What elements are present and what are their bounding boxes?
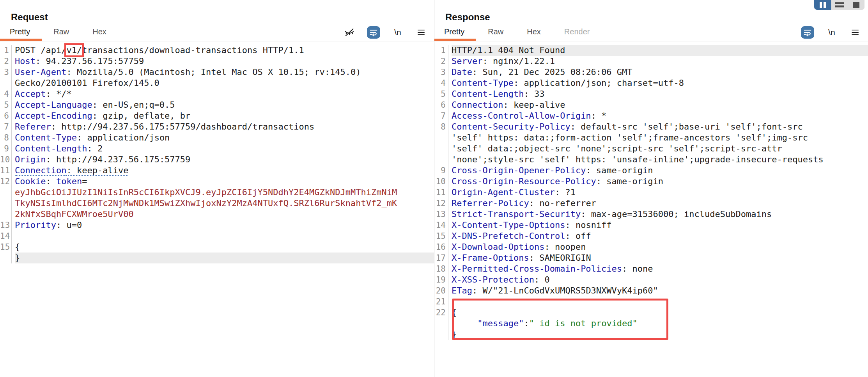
- code-line[interactable]: 21: [434, 296, 868, 307]
- line-number: 13: [434, 209, 448, 220]
- code-line[interactable]: 10Origin: http://94.237.56.175:57759: [0, 154, 434, 165]
- line-number: 7: [0, 121, 12, 132]
- code-token: eyJhbGciOiJIUzI1NiIsInR5cCI6IkpXVCJ9.eyJ…: [15, 187, 397, 197]
- word-wrap-icon[interactable]: [367, 26, 380, 39]
- code-line[interactable]: 9Cross-Origin-Opener-Policy: same-origin: [434, 165, 868, 176]
- code-line[interactable]: 22{: [434, 307, 868, 318]
- code-line[interactable]: 6Accept-Encoding: gzip, deflate, br: [0, 110, 434, 121]
- code-line[interactable]: 8Content-Type: application/json: [0, 132, 434, 143]
- code-line[interactable]: 7Access-Control-Allow-Origin: *: [434, 110, 868, 121]
- code-token: }: [15, 253, 20, 263]
- line-number: 5: [0, 100, 12, 110]
- code-line[interactable]: 12Referrer-Policy: no-referrer: [434, 198, 868, 209]
- code-line[interactable]: 5Content-Length: 33: [434, 89, 868, 100]
- code-token: : noopen: [544, 242, 586, 252]
- line-number: 1: [0, 45, 12, 56]
- line-text: 'self' https: data:;form-action 'self';f…: [452, 132, 868, 143]
- newline-icon[interactable]: \n: [826, 27, 838, 38]
- request-panel: Request Pretty Raw Hex: [0, 0, 434, 377]
- code-token: X-XSS-Protection: [452, 275, 534, 285]
- request-tab-pretty[interactable]: Pretty: [10, 27, 30, 41]
- request-tab-hex[interactable]: Hex: [92, 27, 106, 41]
- code-line[interactable]: 16X-Download-Options: noopen: [434, 242, 868, 253]
- code-line[interactable]: 14: [0, 231, 434, 242]
- code-line[interactable]: 7Referer: http://94.237.56.175:57759/das…: [0, 121, 434, 132]
- line-number: [434, 143, 448, 154]
- code-token: : u=0: [56, 220, 82, 230]
- code-line[interactable]: 8Content-Security-Policy: default-src 's…: [434, 121, 868, 132]
- line-number: 12: [434, 198, 448, 209]
- code-line[interactable]: 19X-XSS-Protection: 0: [434, 274, 868, 285]
- menu-icon[interactable]: [849, 27, 861, 38]
- code-line[interactable]: TkyNSIsImlhdCI6MTc2NjMwNDk1MSwiZXhwIjoxN…: [0, 198, 434, 209]
- response-tab-render[interactable]: Render: [564, 27, 590, 41]
- line-number: 1: [434, 45, 448, 56]
- request-editor[interactable]: 1POST /api/v1/transactions/download-tran…: [0, 41, 434, 263]
- response-tabbar: Pretty Raw Hex Render \n: [434, 27, 868, 41]
- code-line[interactable]: 14X-Content-Type-Options: nosniff: [434, 220, 868, 231]
- code-line[interactable]: 20ETag: W/"21-LnCoGdVxUMQRS5D3NXWVyK4ip6…: [434, 285, 868, 296]
- code-line[interactable]: 2Server: nginx/1.22.1: [434, 56, 868, 67]
- code-line[interactable]: 10Cross-Origin-Resource-Policy: same-ori…: [434, 176, 868, 187]
- line-number: [0, 198, 12, 209]
- code-line[interactable]: Gecko/20100101 Firefox/145.0: [0, 78, 434, 89]
- line-text: Origin-Agent-Cluster: ?1: [452, 187, 868, 198]
- code-line[interactable]: 3Date: Sun, 21 Dec 2025 08:26:06 GMT: [434, 67, 868, 78]
- code-line[interactable]: 18X-Permitted-Cross-Domain-Policies: non…: [434, 263, 868, 274]
- code-line[interactable]: eyJhbGciOiJIUzI1NiIsInR5cCI6IkpXVCJ9.eyJ…: [0, 187, 434, 198]
- line-number: 4: [434, 78, 448, 89]
- response-tab-raw[interactable]: Raw: [488, 27, 503, 41]
- code-token: TkyNSIsImlhdCI6MTc2NjMwNDk1MSwiZXhwIjoxN…: [15, 198, 397, 208]
- code-token: Server: [452, 56, 482, 66]
- code-line[interactable]: 5Accept-Language: en-US,en;q=0.5: [0, 100, 434, 110]
- line-text: 2kNfxSBqhFCXWMroe5UrV00: [15, 209, 434, 220]
- code-line[interactable]: 'self' data:;object-src 'none';script-sr…: [434, 143, 868, 154]
- eye-off-icon[interactable]: [344, 27, 355, 38]
- code-line[interactable]: 'self' https: data:;form-action 'self';f…: [434, 132, 868, 143]
- code-line[interactable]: }: [434, 329, 868, 340]
- code-line[interactable]: 13Priority: u=0: [0, 220, 434, 231]
- line-number: [434, 329, 448, 340]
- code-line[interactable]: 1HTTP/1.1 404 Not Found: [434, 45, 868, 56]
- code-token: 2kNfxSBqhFCXWMroe5UrV00: [15, 209, 134, 219]
- request-tab-raw[interactable]: Raw: [53, 27, 69, 41]
- code-line[interactable]: 17X-Frame-Options: SAMEORIGIN: [434, 253, 868, 263]
- code-token: : off: [565, 231, 591, 241]
- code-token: : nginx/1.22.1: [482, 56, 554, 66]
- code-token: : */*: [46, 89, 71, 99]
- code-line[interactable]: }: [0, 253, 434, 263]
- line-number: 19: [434, 274, 448, 285]
- code-line[interactable]: 'none';style-src 'self' https: 'unsafe-i…: [434, 154, 868, 165]
- word-wrap-icon[interactable]: [801, 26, 814, 39]
- code-line[interactable]: 13Strict-Transport-Security: max-age=315…: [434, 209, 868, 220]
- line-text: Connection: keep-alive: [15, 165, 434, 176]
- response-editor[interactable]: 1HTTP/1.1 404 Not Found2Server: nginx/1.…: [434, 41, 868, 340]
- line-number: 6: [434, 100, 448, 110]
- response-tab-hex[interactable]: Hex: [527, 27, 541, 41]
- code-token: : 2: [87, 144, 103, 153]
- code-token: : application/json; charset=utf-8: [514, 78, 684, 88]
- code-line[interactable]: 4Accept: */*: [0, 89, 434, 100]
- response-panel: Response Pretty Raw Hex Render: [434, 0, 868, 377]
- code-line[interactable]: 4Content-Type: application/json; charset…: [434, 78, 868, 89]
- newline-icon[interactable]: \n: [392, 27, 404, 38]
- code-line[interactable]: "message":"_id is not provided": [434, 318, 868, 329]
- menu-icon[interactable]: [415, 27, 427, 38]
- response-tab-pretty[interactable]: Pretty: [444, 27, 464, 41]
- code-line[interactable]: 15{: [0, 242, 434, 253]
- code-line[interactable]: 3User-Agent: Mozilla/5.0 (Macintosh; Int…: [0, 67, 434, 78]
- code-line[interactable]: 1POST /api/v1/transactions/download-tran…: [0, 45, 434, 56]
- code-token: [452, 318, 477, 328]
- code-line[interactable]: 11Connection: keep-alive: [0, 165, 434, 176]
- code-token: User-Agent: [15, 67, 66, 77]
- line-number: 20: [434, 285, 448, 296]
- code-line[interactable]: 15X-DNS-Prefetch-Control: off: [434, 231, 868, 242]
- code-line[interactable]: 2kNfxSBqhFCXWMroe5UrV00: [0, 209, 434, 220]
- line-text: {: [15, 242, 434, 253]
- code-line[interactable]: 6Connection: keep-alive: [434, 100, 868, 110]
- code-line[interactable]: 12Cookie: token=: [0, 176, 434, 187]
- code-line[interactable]: 2Host: 94.237.56.175:57759: [0, 56, 434, 67]
- code-line[interactable]: 11Origin-Agent-Cluster: ?1: [434, 187, 868, 198]
- line-text: X-DNS-Prefetch-Control: off: [452, 231, 868, 242]
- code-line[interactable]: 9Content-Length: 2: [0, 143, 434, 154]
